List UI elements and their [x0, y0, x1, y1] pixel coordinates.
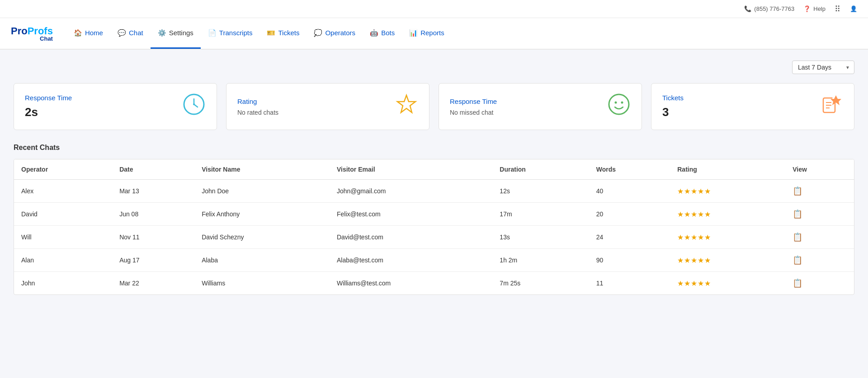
- cell-visitor-email: Felix@test.com: [330, 203, 492, 226]
- cell-date: Mar 13: [112, 180, 194, 203]
- cell-rating: ★★★★★: [670, 249, 785, 272]
- nav-chat-label: Chat: [129, 29, 143, 37]
- stat-content-tickets: Tickets 3: [662, 94, 684, 119]
- stat-content-missed: Response Time No missed chat: [450, 98, 497, 116]
- top-utility-bar: 📞 (855) 776-7763 ❓ Help ⠿ 👤: [0, 0, 868, 18]
- svg-marker-4: [397, 95, 415, 112]
- cell-words: 20: [589, 203, 670, 226]
- table-row: Will Nov 11 David Schezny David@test.com…: [14, 226, 854, 249]
- cell-visitor-email: Williams@test.com: [330, 272, 492, 295]
- col-operator: Operator: [14, 159, 112, 180]
- nav-settings[interactable]: ⚙️ Settings: [151, 18, 201, 49]
- date-filter-wrapper[interactable]: Last 7 Days Last 30 Days Last 90 Days Cu…: [792, 61, 854, 74]
- stat-label-missed: Response Time: [450, 98, 497, 105]
- table-body: Alex Mar 13 John Doe John@gmail.com 12s …: [14, 180, 854, 295]
- nav-reports-label: Reports: [420, 29, 444, 37]
- stat-card-response-time: Response Time 2s: [14, 83, 217, 130]
- grid-icon: ⠿: [835, 4, 841, 14]
- stat-sub-missed: No missed chat: [450, 109, 497, 116]
- ticket-icon: [820, 93, 843, 121]
- settings-icon: ⚙️: [158, 29, 166, 37]
- phone-icon: 📞: [744, 5, 751, 12]
- cell-view[interactable]: 📋: [785, 272, 854, 295]
- stat-card-tickets: Tickets 3: [651, 83, 854, 130]
- col-date: Date: [112, 159, 194, 180]
- view-transcript-icon[interactable]: 📋: [793, 233, 802, 242]
- cell-visitor-name: Felix Anthony: [194, 203, 330, 226]
- recent-chats-title: Recent Chats: [14, 144, 854, 152]
- col-rating: Rating: [670, 159, 785, 180]
- cell-visitor-name: Alaba: [194, 249, 330, 272]
- stat-value-response-time: 2s: [25, 105, 72, 119]
- table-row: David Jun 08 Felix Anthony Felix@test.co…: [14, 203, 854, 226]
- cell-words: 40: [589, 180, 670, 203]
- nav-items: 🏠 Home 💬 Chat ⚙️ Settings 📄 Transcripts …: [66, 18, 452, 49]
- grid-menu-item[interactable]: ⠿: [835, 4, 841, 14]
- chat-nav-icon: 💬: [118, 29, 126, 37]
- cell-visitor-name: John Doe: [194, 180, 330, 203]
- cell-date: Nov 11: [112, 226, 194, 249]
- user-icon: 👤: [850, 5, 857, 12]
- nav-bots-label: Bots: [381, 29, 395, 37]
- stat-content-rating: Rating No rated chats: [237, 98, 278, 116]
- filter-bar: Last 7 Days Last 30 Days Last 90 Days Cu…: [14, 61, 854, 74]
- nav-transcripts[interactable]: 📄 Transcripts: [201, 18, 260, 49]
- cell-rating: ★★★★★: [670, 226, 785, 249]
- table-header: Operator Date Visitor Name Visitor Email…: [14, 159, 854, 180]
- stat-content-response-time: Response Time 2s: [25, 94, 72, 119]
- cell-visitor-email: David@test.com: [330, 226, 492, 249]
- cell-words: 90: [589, 249, 670, 272]
- help-icon: ❓: [803, 5, 811, 12]
- reports-icon: 📊: [409, 29, 418, 37]
- nav-settings-label: Settings: [169, 29, 193, 37]
- operators-icon: 💭: [314, 29, 322, 37]
- view-transcript-icon[interactable]: 📋: [793, 256, 802, 265]
- main-nav: ProProfs Chat 🏠 Home 💬 Chat ⚙️ Settings …: [0, 18, 868, 50]
- nav-operators[interactable]: 💭 Operators: [307, 18, 363, 49]
- cell-view[interactable]: 📋: [785, 203, 854, 226]
- phone-number: (855) 776-7763: [754, 5, 794, 12]
- cell-date: Mar 22: [112, 272, 194, 295]
- help-item[interactable]: ❓ Help: [803, 5, 826, 12]
- table-row: John Mar 22 Williams Williams@test.com 7…: [14, 272, 854, 295]
- cell-operator: Alex: [14, 180, 112, 203]
- view-transcript-icon[interactable]: 📋: [793, 210, 802, 219]
- cell-duration: 12s: [492, 180, 589, 203]
- chats-table-wrapper: Operator Date Visitor Name Visitor Email…: [14, 159, 854, 295]
- cell-view[interactable]: 📋: [785, 226, 854, 249]
- table-header-row: Operator Date Visitor Name Visitor Email…: [14, 159, 854, 180]
- cell-visitor-email: John@gmail.com: [330, 180, 492, 203]
- star-icon: [395, 93, 418, 121]
- svg-point-7: [621, 102, 623, 104]
- nav-home[interactable]: 🏠 Home: [66, 18, 110, 49]
- cell-view[interactable]: 📋: [785, 249, 854, 272]
- nav-bots[interactable]: 🤖 Bots: [363, 18, 402, 49]
- table-row: Alan Aug 17 Alaba Alaba@test.com 1h 2m 9…: [14, 249, 854, 272]
- cell-date: Aug 17: [112, 249, 194, 272]
- stat-sub-rating: No rated chats: [237, 109, 278, 116]
- nav-transcripts-label: Transcripts: [219, 29, 253, 37]
- cell-operator: Alan: [14, 249, 112, 272]
- cell-visitor-name: David Schezny: [194, 226, 330, 249]
- stat-label-rating: Rating: [237, 98, 278, 105]
- nav-chat[interactable]: 💬 Chat: [110, 18, 151, 49]
- recent-chats-section: Recent Chats Operator Date Visitor Name …: [14, 144, 854, 295]
- cell-rating: ★★★★★: [670, 180, 785, 203]
- cell-visitor-name: Williams: [194, 272, 330, 295]
- nav-reports[interactable]: 📊 Reports: [402, 18, 452, 49]
- view-transcript-icon[interactable]: 📋: [793, 279, 802, 288]
- cell-words: 24: [589, 226, 670, 249]
- stat-value-tickets: 3: [662, 105, 684, 119]
- date-filter-select[interactable]: Last 7 Days Last 30 Days Last 90 Days Cu…: [792, 61, 854, 74]
- phone-item[interactable]: 📞 (855) 776-7763: [744, 5, 794, 12]
- nav-tickets[interactable]: 🎫 Tickets: [259, 18, 307, 49]
- user-avatar-item[interactable]: 👤: [850, 5, 857, 12]
- svg-point-6: [615, 102, 617, 104]
- cell-view[interactable]: 📋: [785, 180, 854, 203]
- cell-duration: 1h 2m: [492, 249, 589, 272]
- stats-row: Response Time 2s Rating No rated chats: [14, 83, 854, 130]
- cell-duration: 17m: [492, 203, 589, 226]
- view-transcript-icon[interactable]: 📋: [793, 187, 802, 196]
- table-row: Alex Mar 13 John Doe John@gmail.com 12s …: [14, 180, 854, 203]
- logo-profs: Profs: [28, 25, 53, 37]
